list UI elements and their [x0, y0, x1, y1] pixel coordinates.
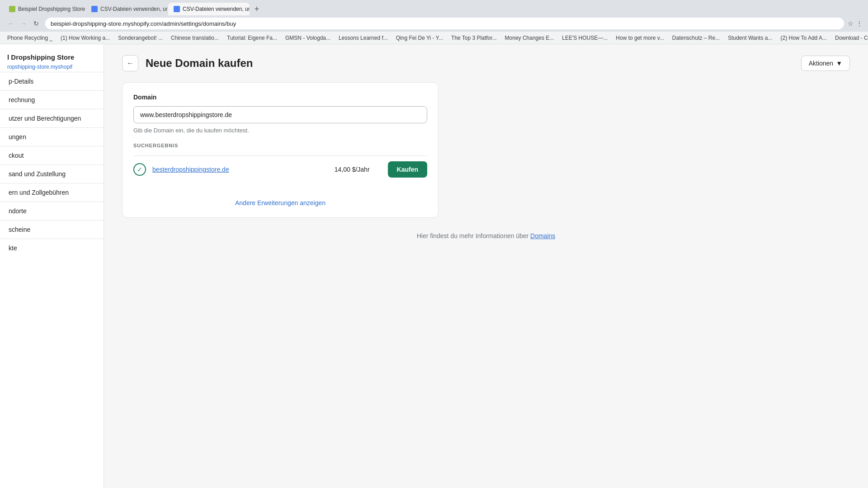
page-title: Neue Domain kaufen [146, 57, 253, 70]
bookmark-11[interactable]: How to get more v... [612, 34, 667, 42]
sidebar-divider-3 [0, 127, 104, 128]
tab-1-favicon [9, 6, 15, 12]
bookmark-12[interactable]: Datenschutz – Re... [669, 34, 723, 42]
aktionen-label: Aktionen [809, 60, 833, 67]
main-content: ← Neue Domain kaufen Aktionen ▼ Domain G… [104, 44, 868, 488]
sidebar-divider-7 [0, 202, 104, 202]
domain-input[interactable] [133, 106, 427, 123]
nav-buttons: ← → ↻ [5, 18, 42, 29]
domains-link[interactable]: Domains [530, 232, 555, 239]
result-domain-name: besterdropshippingstore.de [152, 166, 335, 173]
sidebar-divider-2 [0, 109, 104, 109]
bookmark-9[interactable]: Money Changes E... [501, 34, 558, 42]
suchergebnis-label: SUCHERGEBNIS [133, 143, 427, 148]
domain-card: Domain Gib die Domain ein, die du kaufen… [122, 82, 439, 218]
bookmark-10[interactable]: LEE'S HOUSE—... [558, 34, 611, 42]
domain-label: Domain [133, 94, 427, 101]
aktionen-button[interactable]: Aktionen ▼ [801, 56, 850, 71]
sidebar-item-2[interactable]: utzer und Berechtigungen [0, 111, 104, 126]
sidebar-item-4[interactable]: ckout [0, 148, 104, 163]
address-bar: ← → ↻ ☆ ⋮ [0, 15, 868, 32]
bookmark-6[interactable]: Lessons Learned f... [335, 34, 392, 42]
tab-1-label: Beispiel Dropshipping Store [18, 6, 85, 12]
bookmark-15[interactable]: Download - Cook... [831, 34, 868, 42]
sidebar-divider-8 [0, 220, 104, 221]
input-hint: Gib die Domain ein, die du kaufen möchte… [133, 127, 427, 134]
reload-button[interactable]: ↻ [31, 18, 42, 29]
bookmark-star-icon[interactable]: ☆ [848, 20, 854, 27]
bookmark-14[interactable]: (2) How To Add A... [777, 34, 830, 42]
tab-3[interactable]: CSV-Dateien verwenden, um ... ✕ [168, 3, 250, 15]
page-header-left: ← Neue Domain kaufen [122, 55, 253, 71]
tab-2-favicon [91, 6, 98, 12]
forward-nav-button[interactable]: → [18, 18, 29, 29]
bookmark-13[interactable]: Student Wants a... [724, 34, 776, 42]
page-container: l Dropshipping Store ropshipping-store.m… [0, 44, 868, 488]
sidebar-divider-5 [0, 164, 104, 165]
sidebar-item-7[interactable]: ndorte [0, 204, 104, 218]
browser-actions: ☆ ⋮ [848, 20, 863, 27]
store-url[interactable]: ropshipping-store.myshopif [0, 64, 80, 79]
url-bar[interactable] [45, 18, 844, 29]
result-row: ✓ besterdropshippingstore.de 14,00 $/Jah… [133, 155, 427, 183]
sidebar-divider-6 [0, 183, 104, 183]
tab-1[interactable]: Beispiel Dropshipping Store ✕ [4, 3, 85, 15]
bookmark-2[interactable]: Sonderangebot! ... [114, 34, 166, 42]
check-icon: ✓ [133, 163, 146, 176]
tab-2-label: CSV-Dateien verwenden, um ... [100, 6, 167, 12]
sidebar-item-1[interactable]: rechnung [0, 93, 104, 107]
bookmark-7[interactable]: Qing Fei De Yi - Y... [392, 34, 447, 42]
bookmark-8[interactable]: The Top 3 Platfor... [448, 34, 500, 42]
sidebar-item-8[interactable]: scheine [0, 222, 104, 237]
sidebar-divider-1 [0, 90, 104, 91]
page-header: ← Neue Domain kaufen Aktionen ▼ [122, 55, 850, 71]
new-tab-button[interactable]: + [250, 3, 263, 15]
show-more-extensions-link[interactable]: Andere Erweiterungen anzeigen [133, 192, 427, 206]
bookmark-1[interactable]: (1) How Working a... [57, 34, 113, 42]
tab-3-favicon [174, 6, 180, 12]
back-button[interactable]: ← [122, 55, 138, 71]
bottom-info: Hier findest du mehr Informationen über … [122, 232, 850, 239]
sidebar-item-6[interactable]: ern und Zollgebühren [0, 185, 104, 200]
sidebar-divider-9 [0, 239, 104, 239]
sidebar-item-5[interactable]: sand und Zustellung [0, 167, 104, 181]
chevron-down-icon: ▼ [836, 60, 842, 67]
bookmark-5[interactable]: GMSN - Vologda... [282, 34, 334, 42]
sidebar-divider-4 [0, 146, 104, 146]
bookmark-phone-recycling[interactable]: Phone Recycling _ [4, 34, 56, 42]
bookmark-3[interactable]: Chinese translatio... [167, 34, 222, 42]
sidebar: l Dropshipping Store ropshipping-store.m… [0, 44, 104, 488]
tab-2[interactable]: CSV-Dateien verwenden, um ... ✕ [86, 3, 167, 15]
bookmark-4[interactable]: Tutorial: Eigene Fa... [223, 34, 281, 42]
sidebar-item-3[interactable]: ungen [0, 130, 104, 144]
result-domain-price: 14,00 $/Jahr [335, 166, 370, 173]
back-nav-button[interactable]: ← [5, 18, 16, 29]
bookmarks-bar: Phone Recycling _ (1) How Working a... S… [0, 32, 868, 44]
store-name: l Dropshipping Store [0, 53, 104, 63]
tab-3-label: CSV-Dateien verwenden, um ... [183, 6, 250, 12]
kaufen-button[interactable]: Kaufen [388, 161, 427, 178]
settings-icon[interactable]: ⋮ [856, 20, 863, 27]
tab-bar: Beispiel Dropshipping Store ✕ CSV-Dateie… [0, 0, 868, 15]
bottom-text: Hier findest du mehr Informationen über [417, 232, 530, 239]
sidebar-item-9[interactable]: kte [0, 241, 104, 255]
